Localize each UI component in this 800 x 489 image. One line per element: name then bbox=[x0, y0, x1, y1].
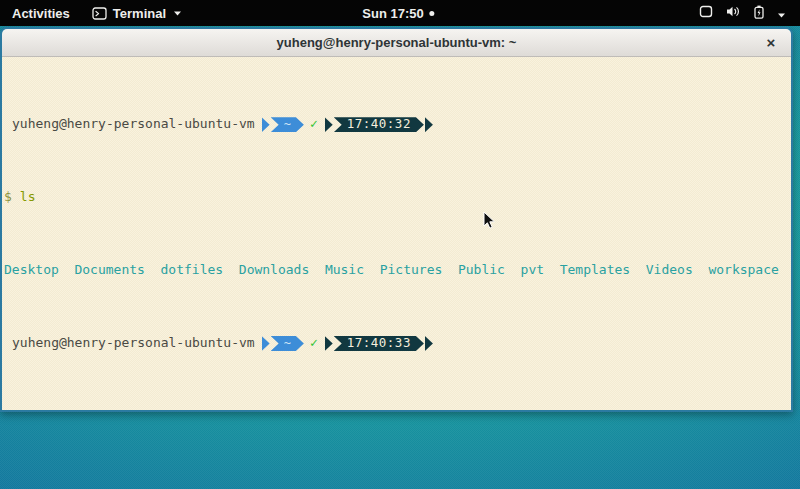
system-status-area[interactable] bbox=[693, 0, 792, 26]
status-check-icon: ✓ bbox=[310, 117, 318, 132]
powerline-arrow-icon bbox=[425, 117, 433, 132]
ls-output-line: Desktop Documents dotfiles Downloads Mus… bbox=[4, 263, 791, 278]
notification-dot bbox=[430, 11, 435, 16]
powerline-path-segment: ~ bbox=[262, 336, 304, 351]
command-text: ls bbox=[20, 190, 36, 205]
chevron-down-icon bbox=[777, 6, 786, 21]
powerline-time-segment: 17:40:32 bbox=[325, 117, 433, 132]
powerline-arrow-icon bbox=[262, 117, 270, 132]
terminal-cursor bbox=[20, 410, 28, 412]
prompt-user: yuheng@henry-personal-ubuntu-vm bbox=[12, 117, 255, 132]
mouse-cursor bbox=[483, 211, 496, 234]
prompt-path: ~ bbox=[271, 336, 304, 351]
prompt-path: ~ bbox=[271, 117, 304, 132]
terminal-icon bbox=[92, 7, 107, 20]
desktop: Activities Terminal Sun 17:50 bbox=[0, 0, 800, 489]
top-bar: Activities Terminal Sun 17:50 bbox=[0, 0, 800, 26]
command-line: $ ls bbox=[4, 190, 791, 205]
terminal-content[interactable]: yuheng@henry-personal-ubuntu-vm ~ ✓ 17:4… bbox=[2, 57, 791, 411]
volume-icon bbox=[726, 5, 741, 21]
close-button[interactable]: × bbox=[761, 33, 781, 53]
battery-charging-icon bbox=[754, 5, 764, 22]
display-icon bbox=[699, 5, 713, 21]
powerline-arrow-icon bbox=[262, 336, 270, 351]
powerline-arrow-icon bbox=[425, 336, 433, 351]
window-title: yuheng@henry-personal-ubuntu-vm: ~ bbox=[277, 35, 517, 50]
app-menu[interactable]: Terminal bbox=[82, 0, 192, 26]
prompt-user: yuheng@henry-personal-ubuntu-vm bbox=[12, 336, 255, 351]
terminal-window: yuheng@henry-personal-ubuntu-vm: ~ × yuh… bbox=[0, 27, 793, 412]
powerline-arrow-icon bbox=[325, 117, 333, 132]
prompt-symbol: $ bbox=[4, 409, 12, 412]
input-line[interactable]: $ bbox=[4, 409, 791, 412]
powerline-time-segment: 17:40:33 bbox=[325, 336, 433, 351]
clock-menu[interactable]: Sun 17:50 bbox=[362, 0, 434, 26]
prompt-line-1: yuheng@henry-personal-ubuntu-vm ~ ✓ 17:4… bbox=[4, 117, 791, 132]
powerline-path-segment: ~ bbox=[262, 117, 304, 132]
app-menu-label: Terminal bbox=[113, 6, 166, 21]
prompt-time: 17:40:32 bbox=[334, 117, 424, 132]
window-title-bar[interactable]: yuheng@henry-personal-ubuntu-vm: ~ × bbox=[2, 29, 791, 57]
prompt-symbol: $ bbox=[4, 190, 12, 205]
clock-label: Sun 17:50 bbox=[362, 6, 423, 21]
chevron-down-icon bbox=[173, 10, 182, 16]
powerline-arrow-icon bbox=[325, 336, 333, 351]
status-check-icon: ✓ bbox=[310, 336, 318, 351]
prompt-time: 17:40:33 bbox=[334, 336, 424, 351]
activities-button[interactable]: Activities bbox=[0, 0, 82, 26]
prompt-line-2: yuheng@henry-personal-ubuntu-vm ~ ✓ 17:4… bbox=[4, 336, 791, 351]
